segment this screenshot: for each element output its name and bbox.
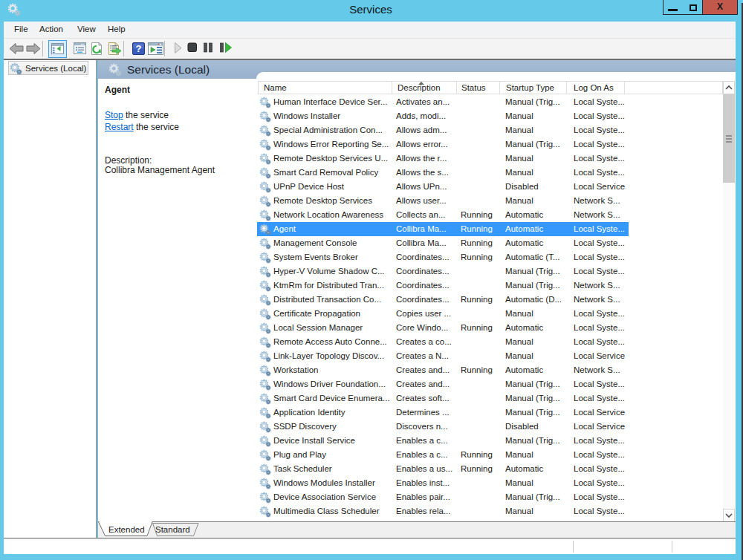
svg-text:?: ?	[136, 43, 142, 54]
